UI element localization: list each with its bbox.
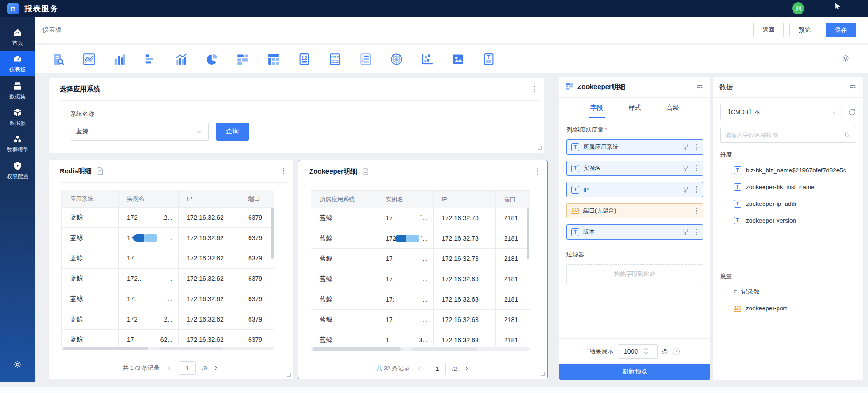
- app-logo[interactable]: R: [7, 3, 19, 14]
- more-icon[interactable]: [694, 227, 699, 237]
- tool-line-chart[interactable]: [82, 52, 96, 66]
- tool-detail-table[interactable]: [52, 52, 65, 66]
- field-chip[interactable]: T实例名: [566, 161, 703, 176]
- more-icon[interactable]: [694, 163, 699, 173]
- field-search-input[interactable]: [725, 132, 844, 138]
- number-stepper[interactable]: [644, 348, 648, 355]
- more-menu-icon[interactable]: [532, 84, 537, 94]
- field-chip[interactable]: 123端口(无聚合): [566, 203, 703, 218]
- horizontal-scrollbar[interactable]: [311, 347, 530, 351]
- drill-down-icon[interactable]: [682, 165, 689, 172]
- more-menu-icon[interactable]: [281, 166, 286, 176]
- tool-pivot-table[interactable]: [267, 52, 280, 66]
- chip-actions: [682, 142, 699, 152]
- histogram-chart-icon: [175, 61, 188, 67]
- tool-image[interactable]: [451, 52, 465, 66]
- filter-widget-card[interactable]: 选择应用系统 系统名称 蓝鲸 查询: [49, 78, 544, 153]
- resize-handle[interactable]: [287, 373, 291, 377]
- field-chip[interactable]: T版本: [566, 224, 703, 240]
- tool-histogram-chart[interactable]: [175, 52, 188, 66]
- text-card-icon: T: [482, 61, 495, 67]
- more-icon[interactable]: [694, 142, 699, 152]
- cell-port: 2181: [496, 269, 530, 289]
- field-chip[interactable]: T所属应用系统: [566, 139, 703, 155]
- sidebar-item-dataset[interactable]: 数据集: [0, 78, 35, 103]
- sidebar-item-permission[interactable]: 权限配置: [0, 158, 35, 183]
- tool-scatter-chart[interactable]: [420, 52, 434, 66]
- page-number-input[interactable]: 1: [429, 362, 446, 375]
- tab-字段[interactable]: 字段: [590, 104, 603, 112]
- field-item[interactable]: 123zookeeper-port: [720, 300, 856, 316]
- system-name-select[interactable]: 蓝鲸: [71, 123, 209, 141]
- sidebar-item-datamodel[interactable]: 数据模型: [0, 131, 35, 156]
- canvas-settings-button[interactable]: [841, 54, 850, 64]
- user-avatar[interactable]: 刘: [792, 2, 804, 14]
- refresh-dataset-icon[interactable]: [848, 108, 856, 117]
- panel-title: 数据: [719, 83, 733, 91]
- more-icon[interactable]: [694, 185, 699, 194]
- drill-down-icon[interactable]: [682, 228, 689, 236]
- more-icon[interactable]: [694, 206, 699, 216]
- redis-detail-card[interactable]: Redis明细 应用系统实例名IP端口蓝鲸172.2...172.16.32.6…: [49, 160, 293, 379]
- collapse-panel-icon[interactable]: [849, 83, 857, 91]
- back-button[interactable]: 返回: [753, 23, 784, 37]
- resize-handle[interactable]: [538, 146, 542, 150]
- zookeeper-detail-card[interactable]: Zookeeper明细 所属应用系统实例名IP端口蓝鲸17`...172.16.…: [298, 160, 548, 379]
- field-item[interactable]: #记录数: [720, 283, 856, 300]
- tool-text-card[interactable]: T: [482, 52, 495, 66]
- tab-高级[interactable]: 高级: [666, 104, 679, 112]
- pagination: 共 32 条记录 1 /2: [298, 362, 547, 375]
- field-item[interactable]: Tbiz-bk_biz_name$21967bfef7d82e5c: [720, 162, 856, 179]
- field-item[interactable]: Tzookeeper-ip_addr: [720, 195, 856, 212]
- avatar-text: 刘: [795, 5, 801, 13]
- prev-page-icon[interactable]: [416, 365, 422, 372]
- sidebar-item-dashboard[interactable]: 仪表板: [0, 51, 35, 76]
- resize-handle[interactable]: [541, 372, 545, 376]
- tool-pie-chart[interactable]: [205, 52, 219, 66]
- result-limit-unit: 条: [662, 347, 668, 355]
- cell-app-system: 蓝鲸: [311, 269, 377, 289]
- collapse-panel-icon[interactable]: [696, 83, 704, 91]
- filter-drop-zone[interactable]: 拖拽字段到此处: [566, 264, 703, 284]
- table-row: 蓝鲸17..172.16.32.626379: [62, 228, 274, 248]
- prev-page-icon[interactable]: [166, 365, 172, 371]
- vertical-scrollbar[interactable]: [271, 208, 274, 259]
- sidebar-settings-button[interactable]: [0, 360, 35, 371]
- field-chip[interactable]: TIP: [566, 182, 703, 197]
- tool-bar-chart[interactable]: [113, 52, 127, 66]
- tool-number-card[interactable]: 12: [297, 52, 311, 66]
- horizontal-scrollbar[interactable]: [61, 347, 274, 350]
- dataset-select[interactable]: 【CMDB】zk: [720, 104, 842, 120]
- cell-ip: 172.16.32.73: [434, 228, 496, 249]
- svg-text:T: T: [487, 54, 491, 59]
- field-item[interactable]: Tzookeeper-version: [720, 212, 856, 229]
- preview-button[interactable]: 预览: [789, 23, 820, 37]
- panel-tabs: 字段样式高级: [559, 98, 710, 118]
- datasource-icon: [13, 108, 23, 118]
- save-button[interactable]: 保存: [826, 23, 856, 37]
- query-button[interactable]: 查询: [216, 123, 249, 141]
- refresh-preview-button[interactable]: 刷新预览: [559, 364, 710, 380]
- bar-chart-icon: [113, 61, 127, 67]
- drill-down-icon[interactable]: [682, 143, 689, 151]
- next-page-icon[interactable]: [213, 365, 219, 371]
- field-item[interactable]: Tzookeeper-bk_inst_name: [720, 179, 856, 195]
- field-search-box: [720, 127, 856, 143]
- tab-样式[interactable]: 样式: [628, 104, 641, 112]
- result-limit-input[interactable]: [618, 348, 644, 355]
- tool-ranking-list[interactable]: 123: [359, 52, 373, 66]
- tool-flat-table[interactable]: [236, 52, 250, 66]
- sidebar-item-datasource[interactable]: 数据源: [0, 104, 35, 130]
- sidebar-item-home[interactable]: 首页: [0, 24, 35, 50]
- redaction-block-dark: [395, 235, 406, 242]
- vertical-scrollbar[interactable]: [527, 208, 529, 259]
- tool-multi-number-card[interactable]: 1212: [328, 52, 342, 66]
- cell-instance-name: 172`...: [377, 228, 434, 249]
- drill-down-icon[interactable]: [682, 186, 689, 194]
- more-menu-icon[interactable]: [535, 166, 540, 176]
- tool-radar-chart[interactable]: [390, 52, 403, 66]
- help-icon[interactable]: ?: [673, 348, 680, 355]
- tool-horizontal-bar-chart[interactable]: [144, 52, 157, 66]
- page-number-input[interactable]: 1: [179, 361, 196, 375]
- next-page-icon[interactable]: [463, 365, 470, 372]
